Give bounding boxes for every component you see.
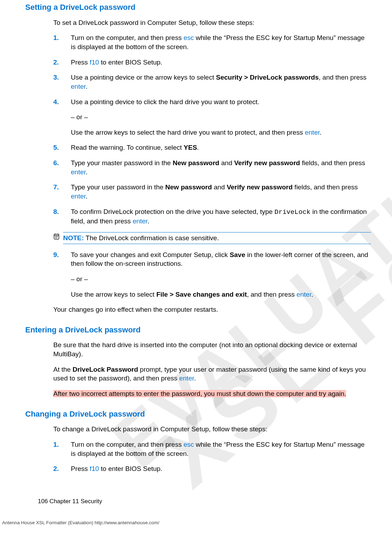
intro-text: To change a DriveLock password in Comput… xyxy=(53,425,371,434)
step-number: 1. xyxy=(53,33,71,51)
key-enter: enter xyxy=(297,291,311,298)
step-text: Press f10 to enter BIOS Setup. xyxy=(71,464,371,473)
step-number: 6. xyxy=(53,158,71,176)
key-enter: enter xyxy=(305,129,319,136)
closing-text: Your changes go into effect when the com… xyxy=(53,305,371,314)
note-content: NOTE: The DriveLock confirmation is case… xyxy=(63,232,371,244)
key-esc: esc xyxy=(183,441,194,448)
page-content: Setting a DriveLock password To set a Dr… xyxy=(38,2,371,473)
intro-text: To set a DriveLock password in Computer … xyxy=(53,18,371,27)
key-esc: esc xyxy=(183,34,194,41)
note-block: NOTE: The DriveLock confirmation is case… xyxy=(53,232,371,244)
step-2: 2. Press f10 to enter BIOS Setup. xyxy=(53,58,371,67)
mono-text: DriveLock xyxy=(275,208,311,216)
step-text: Use the arrow keys to select the hard dr… xyxy=(71,128,371,137)
step-text: Type your master password in the New pas… xyxy=(71,158,371,176)
heading-changing-drivelock: Changing a DriveLock password xyxy=(25,409,371,419)
step-or: – or – xyxy=(71,113,371,122)
step-4: 4. Use a pointing device to click the ha… xyxy=(53,97,371,137)
step-text: To confirm DriveLock protection on the d… xyxy=(71,207,371,226)
step-6: 6. Type your master password in the New … xyxy=(53,158,371,176)
step-text: Type your user password in the New passw… xyxy=(71,183,371,201)
steps-list-3: 1. Turn on the computer, and then press … xyxy=(53,440,371,473)
key-f10: f10 xyxy=(90,59,99,66)
step-number: 2. xyxy=(53,464,71,473)
step-number: 4. xyxy=(53,97,71,137)
step-5: 5. Read the warning. To continue, select… xyxy=(53,143,371,152)
step-7: 7. Type your user password in the New pa… xyxy=(53,183,371,201)
key-enter: enter xyxy=(179,375,194,382)
formatter-credit: Antenna House XSL Formatter (Evaluation)… xyxy=(2,520,159,526)
key-enter: enter xyxy=(133,217,147,225)
key-enter: enter xyxy=(71,83,86,90)
step-number: 7. xyxy=(53,183,71,201)
key-f10: f10 xyxy=(90,465,99,472)
step-or: – or – xyxy=(71,275,371,284)
step-number: 5. xyxy=(53,143,71,152)
step-text: Use a pointing device to click the hard … xyxy=(71,97,371,107)
step-1: 1. Turn on the computer, and then press … xyxy=(53,440,371,458)
step-number: 3. xyxy=(53,73,71,91)
note-text: The DriveLock confirmation is case sensi… xyxy=(84,234,219,242)
step-text: Press f10 to enter BIOS Setup. xyxy=(71,58,371,67)
page-number: 106 xyxy=(38,498,48,505)
heading-setting-drivelock: Setting a DriveLock password xyxy=(25,2,371,13)
step-text: Turn on the computer, and then press esc… xyxy=(71,33,371,51)
step-9: 9. To save your changes and exit Compute… xyxy=(53,250,371,299)
step-text: Turn on the computer, and then press esc… xyxy=(71,440,371,458)
highlighted-text: After two incorrect attempts to enter th… xyxy=(53,389,371,398)
note-label: NOTE: xyxy=(63,234,84,242)
step-number: 9. xyxy=(53,250,71,299)
step-8: 8. To confirm DriveLock protection on th… xyxy=(53,207,371,226)
chapter-label: Chapter 11 Security xyxy=(48,498,102,505)
key-enter: enter xyxy=(71,193,86,200)
steps-list: 1. Turn on the computer, and then press … xyxy=(53,33,371,226)
key-enter: enter xyxy=(71,168,86,176)
step-number: 8. xyxy=(53,207,71,226)
note-icon xyxy=(53,233,60,242)
body-text: At the DriveLock Password prompt, type y… xyxy=(53,365,371,383)
step-number: 2. xyxy=(53,58,71,67)
body-text: Be sure that the hard drive is inserted … xyxy=(53,340,371,358)
step-2: 2. Press f10 to enter BIOS Setup. xyxy=(53,464,371,473)
step-text: To save your changes and exit Computer S… xyxy=(71,250,371,268)
step-number: 1. xyxy=(53,440,71,458)
steps-list-cont: 9. To save your changes and exit Compute… xyxy=(53,250,371,299)
step-3: 3. Use a pointing device or the arrow ke… xyxy=(53,73,371,91)
step-text: Use the arrow keys to select File > Save… xyxy=(71,290,371,299)
step-1: 1. Turn on the computer, and then press … xyxy=(53,33,371,51)
heading-entering-drivelock: Entering a DriveLock password xyxy=(25,325,371,335)
step-text: Use a pointing device or the arrow keys … xyxy=(71,73,371,91)
step-text: Read the warning. To continue, select YE… xyxy=(71,143,371,152)
page-footer: 106 Chapter 11 Security xyxy=(38,498,102,506)
